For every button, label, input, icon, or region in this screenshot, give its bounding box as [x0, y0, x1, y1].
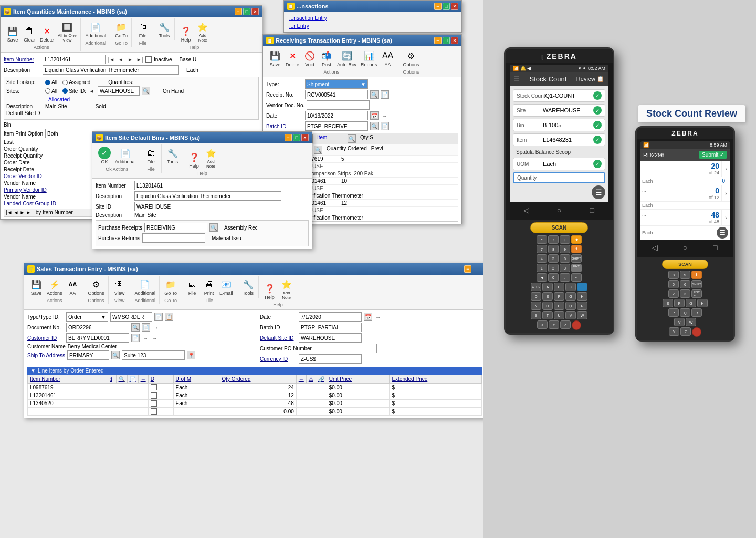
sec-menu-btn[interactable]: ☰: [717, 227, 728, 239]
recv-aa-btn[interactable]: AA AA: [380, 48, 396, 68]
key-s[interactable]: S: [531, 311, 541, 319]
key-ctrl[interactable]: CTRL: [531, 283, 541, 291]
key-v[interactable]: V: [565, 311, 576, 319]
sales-default-site-label[interactable]: Default Site ID: [260, 335, 297, 341]
nav-prev[interactable]: ◄: [117, 56, 124, 63]
purchase-receipts-input[interactable]: [144, 223, 207, 232]
nav-next[interactable]: ►: [127, 56, 134, 63]
landed-cost-label[interactable]: Landed Cost Group ID: [4, 201, 61, 206]
item-search-col[interactable]: 🔍: [348, 134, 356, 143]
sales-view-btn[interactable]: 👁 View: [112, 277, 128, 297]
sec-key-e[interactable]: E: [663, 299, 673, 307]
recv-save-btn[interactable]: 💾 Save: [267, 48, 283, 68]
sales-tools-btn[interactable]: 🔧 Tools: [240, 277, 256, 297]
sec-arrow2[interactable]: ›: [725, 191, 727, 196]
key-shift-up[interactable]: ⬆: [571, 245, 582, 253]
col-uom[interactable]: U of M: [173, 375, 219, 384]
key-c[interactable]: C: [565, 283, 576, 291]
sc-quantity-field[interactable]: Quantity: [513, 172, 605, 183]
col-ext-price[interactable]: Extended Price: [390, 375, 482, 384]
recv-min[interactable]: −: [434, 37, 442, 44]
sec-nav-recent[interactable]: □: [710, 243, 720, 252]
key-o[interactable]: O: [542, 302, 553, 310]
recv-reports-btn[interactable]: 📊 Reports: [359, 48, 379, 68]
bins-additional-btn[interactable]: 📄 Additional: [113, 146, 138, 165]
row-d2[interactable]: [148, 391, 173, 399]
sec-key-2[interactable]: 2: [668, 289, 679, 298]
bg-item1[interactable]: ...nsaction Entry: [286, 14, 459, 22]
recv-date-input[interactable]: [305, 111, 368, 120]
sales-date-input[interactable]: [299, 312, 362, 322]
sales-doc-arrow[interactable]: →: [152, 324, 160, 331]
item-col[interactable]: Item: [317, 134, 343, 143]
sales-currency-label[interactable]: Currency ID: [260, 356, 297, 362]
sales-type-icon2[interactable]: 📋: [165, 313, 173, 321]
key-w[interactable]: W: [577, 311, 587, 319]
sec-key-p[interactable]: P: [668, 308, 679, 317]
description-input[interactable]: [43, 65, 179, 75]
key-diamond[interactable]: ◆: [571, 235, 582, 244]
additional-button[interactable]: 📄 Additional: [84, 19, 108, 39]
sales-cust-arrow2[interactable]: →: [151, 334, 159, 342]
key-h[interactable]: H: [577, 292, 587, 301]
bins-min[interactable]: −: [285, 134, 292, 141]
item-qty-min[interactable]: −: [235, 8, 242, 15]
sites-radio-site[interactable]: Site ID:: [62, 88, 86, 94]
sales-type-icon1[interactable]: 📄: [154, 313, 163, 321]
sales-save-btn[interactable]: 💾 Save: [28, 277, 44, 297]
sales-cust-arrow1[interactable]: →: [142, 334, 149, 342]
key-4[interactable]: 4: [537, 254, 547, 263]
sales-currency-input[interactable]: [299, 354, 362, 364]
sec-arrow1[interactable]: ›: [725, 166, 727, 172]
sales-options-btn[interactable]: ⚙ Options: [87, 277, 106, 297]
site-search[interactable]: 🔍: [142, 87, 150, 95]
recv-delete-btn[interactable]: ✕ Delete: [284, 48, 301, 68]
save-button[interactable]: 💾 Save: [5, 24, 20, 44]
key-u[interactable]: U: [554, 311, 564, 319]
row-d3[interactable]: [148, 399, 173, 407]
sec-key-g[interactable]: G: [686, 299, 696, 307]
key-9[interactable]: 9: [560, 245, 570, 253]
sec-submit-btn[interactable]: Submit ✓: [699, 151, 727, 159]
sales-customer-id-label[interactable]: Customer ID: [27, 335, 64, 341]
sales-doc-input[interactable]: [66, 323, 129, 332]
nav-next-btn[interactable]: ►: [19, 210, 25, 215]
recv-max[interactable]: □: [443, 37, 450, 44]
item-qty-max[interactable]: □: [243, 8, 250, 15]
nav-last-btn[interactable]: ►|: [26, 210, 33, 215]
key-n[interactable]: N: [531, 302, 541, 310]
sales-help-btn[interactable]: ❓ Help: [262, 281, 278, 301]
nav-last[interactable]: ►|: [136, 56, 143, 63]
sales-ship-map[interactable]: 📍: [187, 351, 195, 359]
radio-assigned[interactable]: Assigned: [62, 79, 90, 85]
sec-arrow3[interactable]: ›: [725, 215, 727, 221]
key-8[interactable]: 8: [548, 245, 559, 253]
recv-autorcv-btn[interactable]: 🔄 Auto-Rcv: [335, 48, 358, 68]
sales-doc-search[interactable]: 🔍: [131, 323, 140, 332]
sc-site-field[interactable]: Site WAREHOUSE ✓: [513, 104, 605, 117]
primary-device-screen[interactable]: 📶 🔔 ◀ ▾ ✦ 8:52 AM ☰ Stock Count Review 📋…: [510, 65, 608, 218]
table-row[interactable]: L1340520 Each 48 $0.00 $: [28, 399, 482, 407]
sales-type-id-input[interactable]: [110, 312, 152, 322]
sales-doc-doc[interactable]: 📄: [142, 323, 150, 332]
sec-scan-btn[interactable]: SCAN: [662, 260, 708, 269]
key-0[interactable]: 0: [548, 273, 559, 282]
key-enter[interactable]: ENT←: [571, 264, 582, 272]
primary-vendor-label[interactable]: Primary Vendor ID: [4, 187, 47, 193]
sales-date-picker[interactable]: 📅: [364, 313, 372, 321]
key-p[interactable]: P: [554, 302, 564, 310]
key-7[interactable]: 7: [537, 245, 547, 253]
bins-help-btn[interactable]: ❓ Help: [186, 150, 202, 170]
key-f[interactable]: F: [554, 292, 564, 301]
sc-menu-btn[interactable]: ☰: [592, 185, 605, 199]
key-up[interactable]: ↑: [548, 235, 559, 244]
sales-customer-po-input[interactable]: [314, 344, 377, 353]
recv-type-dropdown[interactable]: Shipment ▼: [305, 79, 368, 89]
sites-radio-all[interactable]: All: [45, 88, 57, 94]
key-t[interactable]: T: [542, 311, 553, 319]
key-a[interactable]: A: [542, 283, 553, 291]
sales-suite-input[interactable]: [122, 350, 185, 360]
key-z[interactable]: Z: [560, 320, 571, 329]
recv-batch-label[interactable]: Batch ID: [266, 123, 303, 129]
recv-receipt-search[interactable]: 🔍: [370, 90, 379, 99]
